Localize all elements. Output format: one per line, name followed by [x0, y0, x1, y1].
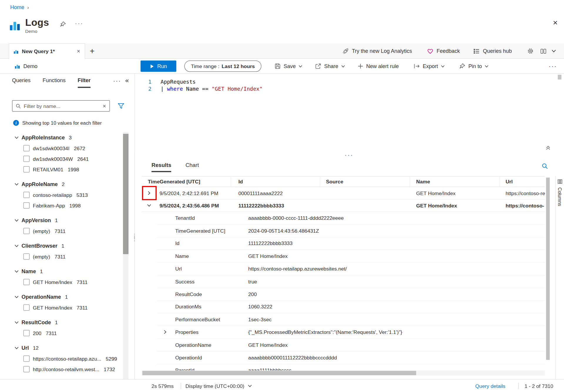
share-button[interactable]: Share	[315, 59, 345, 74]
filter-item[interactable]: 2007311	[0, 328, 123, 338]
collapse-editor-icon[interactable]	[545, 145, 551, 151]
tab-results[interactable]: Results	[152, 162, 171, 172]
results-vertical-scrollbar[interactable]	[546, 178, 550, 370]
filter-checkbox[interactable]	[24, 145, 30, 151]
filter-checkbox[interactable]	[24, 356, 30, 362]
filter-checkbox[interactable]	[24, 166, 30, 173]
detail-row[interactable]: ParentIdaaaa1111bbbbcccc	[157, 364, 545, 371]
column-header-name[interactable]: Name	[410, 176, 500, 187]
table-row[interactable]: 9/5/2024, 2:42:12.691 PM00001111aaaa2222…	[142, 187, 545, 200]
filter-item[interactable]: contoso-retailapp5313	[0, 190, 123, 200]
detail-row[interactable]: Id11112222bbbb3333	[157, 237, 545, 250]
layout-panel-button[interactable]	[540, 43, 546, 59]
export-button[interactable]: Export	[414, 59, 445, 74]
results-vscroll-thumb[interactable]	[546, 178, 550, 360]
pane-resize-handle[interactable]: ⋮⋮	[132, 234, 137, 240]
filter-item[interactable]: http://contoso-retailvm.west...1732	[0, 364, 123, 374]
new-tab-button[interactable]: +	[90, 46, 95, 56]
filter-group-header[interactable]: ResultCode1	[0, 317, 123, 328]
table-row[interactable]: 9/5/2024, 2:43:56.486 PM11112222bbbb3333…	[142, 200, 545, 212]
query-details-link[interactable]: Query details	[475, 380, 506, 392]
detail-row[interactable]: TenantIdaaaabbbb-0000-cccc-1111-dddd2222…	[157, 212, 545, 224]
new-alert-rule-button[interactable]: New alert rule	[358, 59, 399, 74]
columns-panel-toggle[interactable]: Columns	[555, 176, 564, 379]
detail-row[interactable]: DurationMs1060.3222	[157, 301, 545, 313]
filter-checkbox[interactable]	[24, 228, 30, 234]
detail-row[interactable]: TimeGenerated [UTC]2024-09-05T14:43:56.4…	[157, 224, 545, 237]
scope-selector[interactable]: Demo	[15, 59, 38, 74]
filter-checkbox[interactable]	[24, 330, 30, 336]
settings-button[interactable]	[527, 43, 533, 59]
collapse-row-icon[interactable]	[147, 203, 151, 207]
time-range-picker[interactable]: Time range : Last 12 hours	[184, 60, 261, 72]
editor-scrollbar-thumb[interactable]	[558, 75, 561, 80]
code-line[interactable]: 2| where Name == "GET Home/Index"	[140, 85, 263, 93]
clear-search-icon[interactable]: ✕	[103, 103, 106, 108]
filter-checkbox[interactable]	[24, 305, 30, 311]
filter-item[interactable]: (empty)7311	[0, 226, 123, 236]
filter-group-header[interactable]: OperationName1	[0, 291, 123, 302]
detail-row[interactable]: PerformanceBucket1sec-3sec	[157, 313, 545, 326]
detail-row[interactable]: NameGET Home/Index	[157, 250, 545, 263]
expand-detail-icon[interactable]	[163, 329, 167, 335]
filter-item[interactable]: (empty)7311	[0, 251, 123, 262]
tab-close-icon[interactable]: ✕	[77, 49, 80, 54]
results-hscroll-thumb[interactable]	[142, 371, 416, 375]
query-editor[interactable]: 1AppRequests2| where Name == "GET Home/I…	[135, 74, 564, 152]
queries-hub-button[interactable]: Queries hub	[474, 43, 512, 59]
column-header-source[interactable]: Source	[320, 176, 410, 187]
detail-row[interactable]: OperationIdaaaabbbb000011112222bbbbccccd…	[157, 352, 545, 364]
filter-search-input[interactable]	[24, 103, 100, 109]
filter-checkbox[interactable]	[24, 279, 30, 285]
filter-checkbox[interactable]	[24, 156, 30, 162]
detail-row[interactable]: OperationNameGET Home/Index	[157, 339, 545, 351]
run-button[interactable]: Run	[140, 60, 176, 72]
column-header-timegenerated-utc-[interactable]: TimeGenerated [UTC]	[142, 176, 231, 187]
filter-group-header[interactable]: ClientBrowser1	[0, 240, 123, 251]
editor-scrollbar[interactable]	[558, 75, 561, 150]
detail-row[interactable]: Urlhttps://contoso-retailapp.azurewebsit…	[157, 263, 545, 275]
sidebar-tab-queries[interactable]: Queries	[12, 77, 31, 88]
sidebar-scrollbar-thumb[interactable]	[123, 134, 129, 254]
save-button[interactable]: Save	[275, 59, 303, 74]
filter-checkbox[interactable]	[24, 192, 30, 198]
tab-new-query[interactable]: New Query 1* ✕	[9, 43, 85, 59]
pin-icon[interactable]	[60, 21, 66, 27]
breadcrumb-home-link[interactable]: Home	[10, 4, 24, 10]
filter-funnel-icon[interactable]	[118, 102, 125, 109]
filter-item[interactable]: GET Home/Index7311	[0, 302, 123, 313]
feedback-button[interactable]: Feedback	[427, 43, 460, 59]
filter-item[interactable]: dw1sdwk00034W2641	[0, 153, 123, 164]
filter-checkbox[interactable]	[24, 366, 30, 372]
filter-group-header[interactable]: AppVersion1	[0, 215, 123, 226]
sidebar-more-icon[interactable]: ···	[113, 78, 121, 84]
filter-item[interactable]: dw1sdwk00034I2672	[0, 143, 123, 153]
filter-item[interactable]: GET Home/Index7311	[0, 277, 123, 287]
sidebar-collapse-icon[interactable]: «	[125, 77, 129, 85]
close-icon[interactable]: ✕	[553, 19, 558, 27]
sidebar-scrollbar[interactable]	[123, 132, 129, 379]
code-line[interactable]: 1AppRequests	[140, 78, 263, 85]
detail-row[interactable]: Properties{"_MS.ProcessedByMetricExtract…	[157, 326, 545, 339]
display-time-selector[interactable]: Display time (UTC+00:00)	[185, 380, 252, 392]
column-header-id[interactable]: Id	[231, 176, 320, 187]
filter-checkbox[interactable]	[24, 254, 30, 260]
filter-item[interactable]: https://contoso-retailapp.azu...5299	[0, 353, 123, 364]
results-splitter-handle[interactable]: ···	[135, 152, 564, 158]
detail-row[interactable]: ResultCode200	[157, 288, 545, 300]
panel-chevron-button[interactable]	[552, 43, 556, 59]
filter-group-header[interactable]: AppRoleName2	[0, 179, 123, 190]
tab-chart[interactable]: Chart	[186, 162, 199, 172]
try-new-log-analytics-button[interactable]: Try the new Log Analytics	[343, 43, 412, 59]
column-header-url[interactable]: Url	[500, 176, 545, 187]
sidebar-tab-filter[interactable]: Filter	[78, 77, 90, 88]
filter-item[interactable]: Fabrikam-App1998	[0, 200, 123, 211]
more-options-icon[interactable]: ···	[75, 20, 83, 27]
sidebar-tab-functions[interactable]: Functions	[43, 77, 66, 88]
toolbar-more-icon[interactable]: ···	[549, 59, 557, 74]
filter-group-header[interactable]: Url12	[0, 342, 123, 353]
filter-group-header[interactable]: Name1	[0, 266, 123, 277]
filter-group-header[interactable]: AppRoleInstance3	[0, 132, 123, 143]
results-horizontal-scrollbar[interactable]	[142, 371, 545, 376]
results-search-icon[interactable]	[542, 163, 548, 169]
